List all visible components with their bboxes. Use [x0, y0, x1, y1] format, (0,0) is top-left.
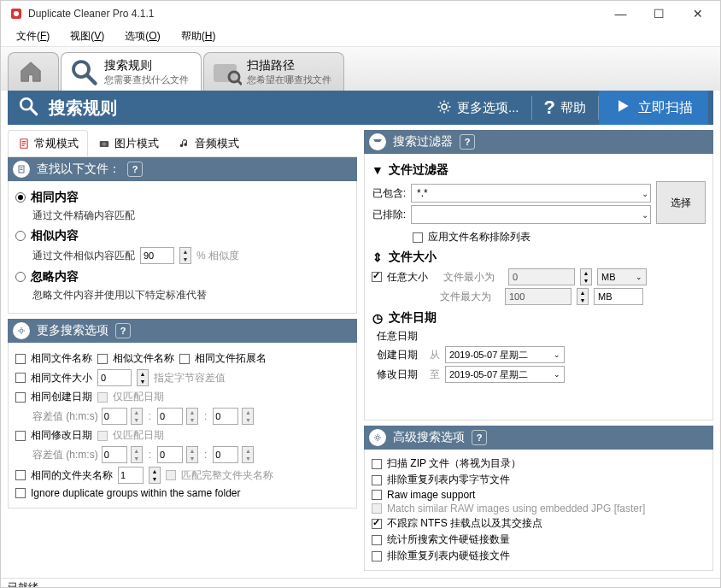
close-button[interactable]: ✕	[678, 1, 717, 26]
play-icon	[614, 97, 631, 118]
select-button[interactable]: 选择	[656, 181, 706, 224]
tol-m-1[interactable]	[157, 408, 183, 425]
tab-search-rules[interactable]: 搜索规则 您需要查找什么文件	[61, 52, 202, 91]
svg-line-3	[88, 76, 96, 84]
cb-full-folder	[166, 470, 176, 480]
label-scan-zip[interactable]: 扫描 ZIP 文件（将视为目录）	[387, 456, 521, 471]
similarity-spinner[interactable]: ▲▼	[179, 247, 191, 264]
cb-raw[interactable]	[372, 490, 382, 500]
similarity-suffix: % 相似度	[196, 249, 239, 263]
date-to[interactable]: 2019-05-07 星期二⌄	[445, 366, 565, 383]
label-no-ntfs[interactable]: 不跟踪 NTFS 挂载点以及其交接点	[387, 516, 542, 531]
cb-ignore-groups[interactable]	[15, 488, 26, 498]
label-similar-filename[interactable]: 相似文件名称	[113, 351, 174, 366]
chevron-down-icon: ⌄	[642, 189, 648, 198]
label-ignore-groups[interactable]: Ignore duplicate groups within the same …	[31, 487, 240, 499]
scan-now-button[interactable]: 立即扫描	[599, 91, 708, 125]
folder-depth-input[interactable]	[118, 467, 144, 484]
label-same-modified[interactable]: 相同修改日期	[31, 428, 92, 443]
cb-apply-exclude[interactable]	[413, 232, 423, 243]
cb-same-created[interactable]	[15, 392, 26, 403]
tol-m-2[interactable]	[157, 446, 183, 463]
desc-similar-content: 通过文件相似内容匹配	[32, 249, 135, 263]
label-ignore-content[interactable]: 忽略内容	[31, 269, 79, 285]
label-date-only-2: 仅匹配日期	[113, 428, 164, 443]
cb-date-only-2	[97, 431, 108, 441]
size-spinner[interactable]: ▲▼	[137, 369, 149, 386]
help-icon[interactable]: ?	[460, 134, 475, 150]
mode-tab-regular[interactable]: 常规模式	[8, 130, 88, 156]
cb-scan-zip[interactable]	[372, 459, 382, 469]
magnifier-icon	[68, 56, 99, 87]
cb-no-ntfs[interactable]	[372, 519, 382, 529]
radio-ignore-content[interactable]	[15, 272, 26, 282]
label-apply-exclude[interactable]: 应用文件名称排除列表	[428, 230, 530, 244]
file-date-title: 文件日期	[389, 310, 437, 326]
similarity-input[interactable]	[140, 247, 174, 264]
cb-count-hardlinks[interactable]	[372, 535, 382, 545]
music-note-icon	[178, 137, 191, 150]
cb-exclude-hardlinks[interactable]	[372, 551, 382, 562]
more-options-button[interactable]: 更多选项...	[425, 91, 531, 125]
cb-same-modified[interactable]	[15, 431, 26, 441]
tol-s-2[interactable]	[213, 446, 238, 463]
min-size-input	[508, 268, 575, 285]
label-exclude-zero[interactable]: 排除重复列表内零字节文件	[387, 473, 510, 487]
label-same-content[interactable]: 相同内容	[31, 190, 79, 205]
cb-any-size[interactable]	[372, 272, 382, 282]
tol-h-2[interactable]	[102, 446, 127, 463]
cb-exclude-zero[interactable]	[372, 475, 382, 485]
label-modified-date[interactable]: 修改日期	[377, 368, 425, 382]
svg-point-20	[376, 436, 379, 439]
cb-same-size[interactable]	[15, 373, 26, 383]
label-any-size[interactable]: 任意大小	[387, 270, 438, 285]
svg-line-6	[238, 81, 243, 85]
mode-tab-audio[interactable]: 音频模式	[168, 130, 249, 156]
label-count-hardlinks[interactable]: 统计所搜索文件硬链接数量	[387, 532, 510, 547]
cb-same-folder[interactable]	[15, 470, 26, 480]
tab-scan-path[interactable]: 扫描路径 您希望在哪查找文件	[203, 52, 344, 91]
minimize-button[interactable]: —	[601, 1, 640, 26]
label-similar-content[interactable]: 相似内容	[31, 228, 79, 244]
label-same-size[interactable]: 相同文件大小	[31, 371, 92, 385]
tab-scan-path-sub: 您希望在哪查找文件	[247, 74, 331, 86]
maximize-button[interactable]: ☐	[640, 1, 678, 26]
include-combo[interactable]: *.*⌄	[411, 184, 651, 203]
max-unit: MB	[594, 288, 643, 305]
help-icon[interactable]: ?	[115, 323, 131, 338]
label-same-created[interactable]: 相同创建日期	[31, 390, 92, 404]
cb-date-only-1	[97, 392, 108, 403]
date-from-1[interactable]: 2019-05-07 星期二⌄	[445, 346, 565, 363]
help-button[interactable]: ? 帮助	[532, 91, 598, 125]
mode-tab-image[interactable]: 图片模式	[88, 130, 168, 156]
label-any-date[interactable]: 任意日期	[377, 329, 418, 344]
radio-same-content[interactable]	[15, 192, 26, 203]
menu-help[interactable]: 帮助(H)	[171, 26, 226, 47]
label-created-date[interactable]: 创建日期	[377, 348, 425, 362]
help-icon[interactable]: ?	[472, 430, 487, 445]
menu-file[interactable]: 文件(F)	[6, 26, 60, 47]
menu-view[interactable]: 视图(V)	[60, 26, 114, 47]
cb-same-filename[interactable]	[15, 354, 26, 364]
resize-icon: ⇕	[372, 250, 384, 264]
help-icon[interactable]: ?	[127, 162, 143, 177]
gear-circle-icon	[13, 322, 30, 339]
cb-same-ext[interactable]	[179, 354, 190, 364]
menu-options[interactable]: 选项(O)	[114, 26, 170, 47]
tab-home[interactable]	[8, 52, 59, 91]
label-raw[interactable]: Raw image support	[387, 489, 475, 501]
radio-similar-content[interactable]	[15, 231, 26, 241]
file-filter-title: 文件过滤器	[389, 162, 448, 178]
label-same-filename[interactable]: 相同文件名称	[31, 351, 92, 366]
desc-ignore-content: 忽略文件内容并使用以下特定标准代替	[32, 288, 349, 303]
label-exclude-hardlinks[interactable]: 排除重复列表内硬链接文件	[387, 549, 510, 563]
exclude-combo[interactable]: ⌄	[411, 205, 651, 224]
tol-s-1[interactable]	[213, 408, 238, 425]
label-same-ext[interactable]: 相同文件拓展名	[195, 351, 267, 366]
cb-similar-filename[interactable]	[97, 354, 108, 364]
size-tolerance-input[interactable]	[97, 369, 132, 386]
label-date-only-1: 仅匹配日期	[113, 390, 164, 404]
label-same-folder[interactable]: 相同的文件夹名称	[31, 468, 113, 483]
tab-search-rules-title: 搜索规则	[104, 58, 189, 74]
tol-h-1[interactable]	[102, 408, 127, 425]
